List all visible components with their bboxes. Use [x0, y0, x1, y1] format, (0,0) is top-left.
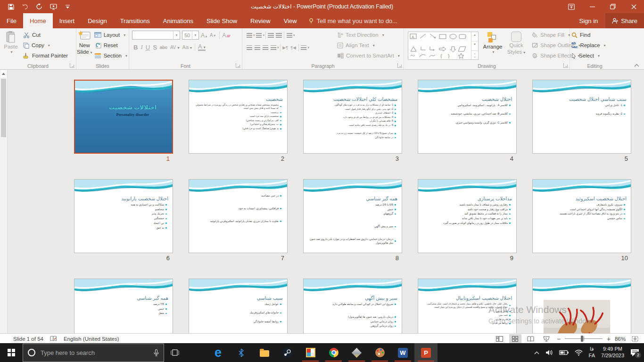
start-button[interactable] [0, 343, 23, 362]
convert-to-smartart-button[interactable]: Convert to SmartArt [336, 50, 401, 61]
zoom-out-button[interactable]: − [556, 335, 561, 343]
replace-button[interactable]: ab⤷ac Replace [570, 40, 619, 50]
spell-check-icon[interactable] [50, 336, 57, 342]
shapes-scroll-down[interactable]: ▼ [471, 41, 478, 51]
taskbar-search-box[interactable] [23, 344, 164, 362]
customize-qat-icon[interactable] [60, 0, 74, 13]
minimize-button[interactable] [582, 0, 603, 13]
slide-thumbnail-1[interactable]: اختلالات شخصيتPersonality disorder [74, 80, 173, 154]
italic-button[interactable]: I [140, 43, 142, 51]
font-name-combobox[interactable]: ▾ [132, 31, 180, 40]
character-spacing-button[interactable]: AV [170, 45, 180, 50]
save-icon[interactable] [4, 0, 18, 13]
shapes-scroll-up[interactable]: ▲ [471, 32, 478, 41]
reset-button[interactable]: Reset [93, 40, 129, 50]
zoom-slider[interactable] [565, 334, 603, 343]
edge-icon[interactable]: e [206, 343, 230, 362]
word-icon[interactable]: W [391, 343, 414, 362]
slide-thumbnail-12[interactable]: سبب شناسيعوامل ژنتيكخانواده هاي اسكيزوفر… [189, 279, 288, 333]
increase-indent-icon[interactable] [275, 31, 283, 40]
collapse-ribbon-icon[interactable] [634, 64, 639, 67]
steam-icon[interactable] [276, 343, 299, 362]
scrollbar-thumb[interactable] [1, 79, 6, 137]
undo-icon[interactable] [18, 0, 32, 13]
columns-icon[interactable] [300, 43, 308, 52]
start-from-beginning-icon[interactable] [46, 0, 60, 13]
tell-me-box[interactable]: Tell me what you want to do... [308, 13, 397, 28]
underline-button[interactable]: U [146, 44, 150, 51]
strikethrough-button[interactable]: abc [160, 45, 167, 50]
clock[interactable]: 9:49 PM7/29/2023 [601, 346, 624, 359]
justify-icon[interactable] [269, 43, 277, 52]
normal-view-button[interactable] [494, 334, 506, 343]
chrome-icon[interactable] [322, 343, 345, 362]
hidden-icons-chevron[interactable] [534, 351, 539, 354]
tab-transitions[interactable]: Transitions [114, 13, 157, 28]
new-slide-button[interactable]: NewSlide [76, 28, 93, 61]
slide-thumbnail-6[interactable]: اختلال شخصيت پارانوييدشكاكيت و بي اعتماد… [74, 179, 173, 253]
ltr-direction-icon[interactable]: ▶¶ [281, 43, 289, 52]
slide-thumbnail-4[interactable]: اختلال شخصيتكلاستر A : پارانوييد ، اسكيز… [418, 80, 517, 154]
slide-thumbnail-9[interactable]: مداخلات پرستاریرفتاري روشن و شفاف با بيم… [418, 179, 517, 253]
close-button[interactable] [623, 0, 644, 13]
rtl-direction-icon[interactable]: ¶◀ [289, 43, 297, 52]
tab-slide-show[interactable]: Slide Show [200, 13, 244, 28]
language-switcher[interactable]: فاFA [589, 346, 595, 359]
volume-icon[interactable] [545, 349, 553, 356]
cut-button[interactable]: Cut [22, 30, 69, 40]
vertical-scrollbar[interactable] [0, 70, 8, 333]
restore-button[interactable] [603, 0, 623, 13]
slide-sorter-view-button[interactable] [509, 334, 521, 343]
arrange-button[interactable]: Arrange [480, 29, 505, 56]
font-dialog-launcher[interactable] [236, 63, 240, 68]
bullets-icon[interactable] [245, 31, 253, 40]
font-color-button[interactable]: A [198, 43, 206, 51]
slide-thumbnail-5[interactable]: سبب شناسي اختلال شخصيت1- عامل وراثتي:2- … [532, 80, 631, 154]
slide-thumbnail-7[interactable]: در حين مصاحبه:فرافكني، پيشداوري، انتساب … [189, 179, 288, 253]
zoom-in-button[interactable]: + [606, 335, 611, 343]
slide-thumbnail-13[interactable]: سير و پيش آگهيشروع اين اختلال در كودكي ا… [303, 279, 402, 333]
ribbon-display-options-icon[interactable] [561, 0, 582, 13]
line-spacing-icon[interactable] [285, 31, 293, 40]
tab-design[interactable]: Design [81, 13, 113, 28]
copy-button[interactable]: Copy [22, 40, 69, 50]
microphone-icon[interactable] [154, 349, 159, 356]
shapes-gallery[interactable]: A {} ▲ ▼ ▿▿ [408, 32, 479, 60]
grow-font-icon[interactable]: A▲ [201, 32, 208, 39]
drawing-dialog-launcher[interactable] [563, 63, 568, 68]
slide-show-button[interactable] [540, 334, 553, 343]
reading-view-button[interactable] [525, 334, 537, 343]
font-size-combobox[interactable]: 50▾ [182, 31, 199, 40]
align-left-icon[interactable] [245, 43, 253, 52]
tab-view[interactable]: View [277, 13, 304, 28]
bold-button[interactable]: B [133, 44, 138, 51]
section-button[interactable]: Section [93, 50, 129, 61]
slide-thumbnail-10[interactable]: اختلال شخصيت اسكيزوئيدمنزوي، تكرو، نامتع… [532, 179, 631, 253]
media-app-icon[interactable] [299, 343, 322, 362]
shrink-font-icon[interactable]: A▼ [210, 33, 216, 38]
tab-animations[interactable]: Animations [157, 13, 200, 28]
clear-formatting-icon[interactable]: A [223, 32, 230, 39]
task-view-button[interactable] [164, 343, 186, 362]
photo-app-icon[interactable] [345, 343, 368, 362]
action-center-button[interactable]: 2 [630, 349, 639, 357]
bluetooth-icon[interactable] [230, 343, 253, 362]
powerpoint-icon[interactable]: P [414, 343, 438, 362]
decrease-indent-icon[interactable] [267, 31, 275, 40]
slide-thumbnail-11[interactable]: همه گير شناسي7/5 درصدجنسشغل [74, 279, 173, 333]
align-center-icon[interactable] [253, 43, 261, 52]
paste-button[interactable]: Paste [0, 28, 22, 61]
share-button[interactable]: Share [605, 13, 644, 28]
language-indicator[interactable]: English (United States) [64, 336, 119, 342]
search-input[interactable] [40, 349, 131, 357]
zoom-percentage[interactable]: 86% [615, 336, 626, 342]
file-explorer-icon[interactable] [253, 343, 276, 362]
fit-to-window-button[interactable] [629, 334, 641, 343]
select-button[interactable]: Select [570, 50, 619, 61]
repeat-icon[interactable] [32, 0, 46, 13]
paragraph-dialog-launcher[interactable] [397, 63, 402, 68]
align-text-button[interactable]: Align Text [336, 40, 401, 50]
battery-icon[interactable] [559, 350, 569, 355]
tab-home[interactable]: Home [23, 13, 53, 28]
sign-in-button[interactable]: Sign in [572, 17, 606, 25]
